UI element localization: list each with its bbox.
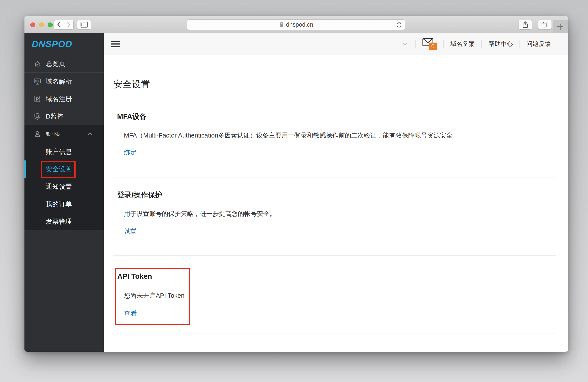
divider [113,177,556,178]
new-tab-button[interactable] [553,20,568,33]
section-description: MFA（Multi-Factor Authentication多因素认证）设备主… [124,131,556,140]
tabs-icon [541,21,549,28]
zoom-button[interactable] [48,22,53,27]
share-icon [522,21,528,28]
sidebar-item-notification-settings[interactable]: 通知设置 [24,178,104,195]
sidebar-subitem-label: 我的订单 [46,200,72,209]
forward-icon [66,21,71,28]
section-login-protection: 登录/操作保护 用于设置账号的保护策略，进一步提高您的帐号安全。 设置 [113,190,556,247]
divider [416,40,416,48]
back-button[interactable] [54,20,64,29]
annotation-box-api-token: API Token 您尚未开启API Token 查看 [115,268,190,325]
section-heading: MFA设备 [117,112,556,121]
document-edit-icon [34,95,41,102]
divider [113,255,556,256]
divider [113,99,556,99]
sidebar-item-dns-resolution[interactable]: con 域名解析 [24,73,104,90]
dnspod-logo[interactable]: DNSPOD [32,39,72,49]
section-description: 您尚未开启API Token [124,291,189,300]
forward-button[interactable] [64,20,74,29]
header-right-cluster: 0 域名备案 帮助中心 问题反馈 [401,38,551,50]
user-center-section: 用户中心 账户信息 安全设置 通知设置 我的订单 [24,125,104,230]
section-heading: API Token [117,272,189,281]
back-icon [57,21,61,28]
close-button[interactable] [30,22,35,27]
sidebar-item-label: D监控 [46,112,63,121]
divider [443,40,444,48]
top-header: 0 域名备案 帮助中心 问题反馈 [104,33,568,55]
lock-icon [279,22,284,28]
sidebar-subitem-label: 安全设置 [46,165,72,174]
sidebar-toggle-icon [80,22,88,28]
sidebar-item-account-info[interactable]: 账户信息 [24,143,104,161]
shield-d-icon: D [34,113,41,120]
section-api-token: API Token 您尚未开启API Token 查看 [116,272,189,318]
history-nav-group [54,20,74,29]
divider [113,334,556,334]
sidebar-item-security-settings[interactable]: 安全设置 [24,161,104,178]
monitor-icon: con [34,78,41,85]
sidebar-toggle-button[interactable] [77,20,91,29]
section-heading: 登录/操作保护 [117,190,556,200]
home-icon [34,60,41,67]
messages-button[interactable]: 0 [422,38,437,50]
page-content: 安全设置 MFA设备 MFA（Multi-Factor Authenticati… [104,55,568,334]
view-link[interactable]: 查看 [124,309,137,318]
nav-link-help-center[interactable]: 帮助中心 [488,40,513,48]
mail-badge: 0 [429,42,437,50]
chevron-down-icon[interactable] [401,41,408,46]
reload-icon[interactable] [396,21,402,28]
sidebar-item-user-center[interactable]: 用户中心 [24,125,104,143]
main-column: 0 域名备案 帮助中心 问题反馈 安全设置 MFA设备 MFA（Multi-Fa… [104,33,568,352]
url-text: dnspod.cn [286,21,314,28]
sidebar-item-overview[interactable]: 总览页 [24,55,104,73]
nav-link-icp-filing[interactable]: 域名备案 [450,40,475,48]
sidebar-item-label: 用户中心 [46,132,60,136]
section-description: 用于设置账号的保护策略，进一步提高您的帐号安全。 [124,210,556,218]
settings-link[interactable]: 设置 [124,227,137,235]
user-icon [34,130,41,138]
show-tabs-button[interactable] [538,20,552,29]
sidebar-item-label: 域名注册 [46,95,72,103]
sidebar: DNSPOD 总览页 con [24,33,104,352]
browser-toolbar: dnspod.cn [24,16,568,33]
sidebar-subitem-label: 通知设置 [46,182,72,191]
minimize-button[interactable] [39,22,44,27]
sidebar-subitem-label: 发票管理 [46,217,72,226]
address-bar[interactable]: dnspod.cn [187,20,405,30]
hamburger-menu-button[interactable] [111,40,120,48]
sidebar-subitem-label: 账户信息 [46,147,72,156]
sidebar-item-d-monitor[interactable]: D D监控 [24,108,104,125]
logo-row: DNSPOD [24,33,104,55]
svg-text:D: D [37,115,38,118]
sidebar-item-my-orders[interactable]: 我的订单 [24,195,104,213]
share-button[interactable] [519,20,532,29]
divider [482,40,482,48]
browser-window: dnspod.cn [24,16,568,352]
active-indicator-bar [24,161,26,178]
sidebar-item-domain-registration[interactable]: 域名注册 [24,90,104,108]
section-mfa-device: MFA设备 MFA（Multi-Factor Authentication多因素… [113,112,556,169]
svg-text:con: con [35,80,39,82]
nav-link-feedback[interactable]: 问题反馈 [526,40,551,48]
sidebar-item-invoice-management[interactable]: 发票管理 [24,213,104,230]
page-title: 安全设置 [113,78,556,90]
chevron-up-icon [87,132,93,136]
sidebar-item-label: 总览页 [46,59,65,68]
bind-link[interactable]: 绑定 [124,148,137,157]
divider [519,40,520,48]
plus-icon [556,23,564,31]
sidebar-item-label: 域名解析 [46,77,72,86]
